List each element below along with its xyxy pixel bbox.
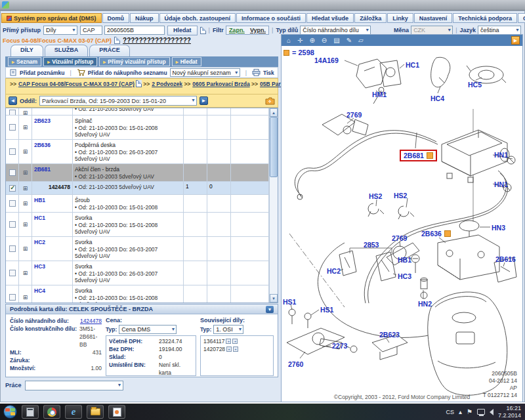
diagram-part-label[interactable]: HS1 [283, 298, 296, 306]
taskbar-dms-app-icon[interactable] [108, 405, 125, 419]
row-checkbox[interactable] [9, 124, 16, 131]
part-row[interactable]: ⊞ 2B623 Spínač • Od: 21-10-2003 Do: 15-0… [6, 116, 269, 140]
action-center-flag-icon[interactable]: ⚑ [467, 408, 472, 415]
part-row[interactable]: ⊞ HC1 Svorka • Od: 21-10-2003 Do: 15-01-… [6, 213, 269, 237]
diagram-part-label[interactable]: HN3 [492, 224, 505, 232]
search-input[interactable] [104, 26, 165, 35]
panel-tab[interactable]: SLUŽBA [45, 45, 89, 56]
folder-up-icon[interactable] [265, 97, 275, 105]
part-code-link[interactable]: 2B681 [32, 164, 73, 181]
expand-icon[interactable]: ⊞ [19, 261, 32, 285]
work-dropdown[interactable] [25, 381, 123, 390]
row-checkbox[interactable] [9, 110, 16, 116]
diagram-part-label[interactable]: HN2 [418, 300, 432, 308]
view-mode-button[interactable]: Vizuální přístup [43, 57, 97, 66]
breadcrumb-link[interactable]: 2 Podvozek [152, 81, 182, 87]
collapse-detail-button[interactable]: ▼ [266, 306, 274, 313]
row-checkbox[interactable] [9, 148, 16, 155]
related-part-copy-icon[interactable]: + [233, 346, 238, 352]
row-checkbox[interactable] [9, 200, 16, 207]
filter-on-button[interactable]: Zapn. [226, 27, 247, 33]
row-checkbox[interactable] [9, 169, 16, 176]
diagram-part-label[interactable]: HN1 [494, 180, 508, 188]
expand-icon[interactable]: ⊞ [19, 285, 32, 303]
part-code-link[interactable]: 2B623 [32, 116, 73, 139]
part-row[interactable]: ⊞ 2B681 Akční člen - brzda • Od: 21-10-2… [6, 164, 269, 182]
diagram-part-label[interactable]: 2B681 [400, 150, 437, 161]
row-checkbox[interactable] [9, 270, 16, 276]
part-row[interactable]: ⊞ 2B636 Podpěrná deska • Od: 21-10-2003 … [6, 140, 269, 164]
zoom-in-icon[interactable]: ⊕ [306, 35, 317, 45]
part-row[interactable]: ⊞ HB1 Šroub • Od: 21-10-2003 Do: 15-01-2… [6, 195, 269, 213]
breadcrumb-link[interactable]: 0605 Parkovací Brzda [192, 81, 249, 87]
nav-tab[interactable]: Nákup [130, 13, 159, 23]
part-type-dropdown[interactable]: Číslo náhradního dílu [300, 26, 371, 35]
eraser-icon[interactable]: ▱ [356, 35, 366, 45]
part-code-link[interactable]: 1424478 [32, 182, 73, 194]
expand-icon[interactable]: ⊞ [19, 195, 32, 212]
part-code-link[interactable]: 2B636 [32, 140, 73, 163]
related-part-copy-icon[interactable]: + [232, 339, 238, 344]
language-dropdown[interactable]: čeština [478, 26, 521, 35]
diagram-part-label[interactable]: HS2 [369, 192, 382, 200]
part-code-link[interactable]: HC2 [32, 237, 73, 261]
related-part-item[interactable]: 1364117++ [203, 337, 270, 345]
add-to-shopping-list-button[interactable]: Přidat do nákupního seznamu [88, 70, 167, 76]
diagram-part-label[interactable]: HC2 [327, 267, 341, 275]
diagram-part-label[interactable]: HC1 [406, 61, 419, 69]
nav-tab[interactable]: Domů [102, 13, 130, 23]
panel-tab[interactable]: PRÁCE [89, 45, 130, 56]
view-mode-button[interactable]: Přímý vizuální přístup [99, 57, 169, 66]
shopping-list-dropdown[interactable]: Nový nákupní seznam [170, 68, 240, 77]
breadcrumb-doc-icon[interactable] [136, 80, 142, 87]
related-part-grid-icon[interactable]: + [226, 339, 231, 344]
cap-field[interactable]: CAP [80, 26, 102, 35]
part-code-link[interactable]: HC1 [32, 213, 73, 236]
part-row[interactable]: ⊞ HC2 Svorka • Od: 21-10-2003 Do: 26-03-… [6, 237, 269, 261]
taskbar-chrome-icon[interactable] [43, 405, 60, 419]
diagram-part-label[interactable]: 2769 [346, 111, 362, 119]
section-dropdown[interactable]: Parkovací Brzda, Od: 15-09-2003 Do: 15-0… [39, 96, 197, 106]
print-icon[interactable]: ▤ [331, 35, 342, 45]
nav-tab[interactable]: Informace o součásti [236, 13, 306, 23]
nav-tab[interactable]: Hledat všude [306, 13, 354, 23]
diagram-part-label[interactable]: 2853 [364, 241, 379, 249]
scroll-up-button[interactable]: ▲ [270, 108, 278, 117]
row-checkbox[interactable] [9, 221, 16, 228]
expand-diagram-button[interactable]: ▶ [511, 36, 520, 45]
part-code-link[interactable] [32, 108, 73, 116]
expand-icon[interactable]: ⊞ [19, 182, 32, 194]
expand-icon[interactable]: ⊞ [19, 108, 32, 116]
taskbar-ie-icon[interactable]: e [65, 405, 82, 419]
taskbar-calculator-icon[interactable] [22, 405, 39, 419]
panel-tab[interactable]: DÍLY [10, 45, 43, 56]
add-note-button[interactable]: Přidat poznámku [20, 70, 64, 76]
view-mode-button[interactable]: Seznam [8, 57, 41, 66]
diagram-part-label[interactable]: 14A169 [314, 56, 339, 64]
diagram-part-label[interactable]: HN1 [494, 151, 508, 159]
diagram-part-label[interactable]: HB1 [398, 256, 411, 264]
diagram-part-label[interactable]: 2769 [392, 234, 407, 242]
vehicle-doc-icon[interactable] [114, 37, 120, 44]
scroll-down-button[interactable]: ▼ [270, 294, 278, 303]
app-menu-button[interactable]: Systém pro správu dat (DMS) [1, 13, 102, 23]
taskbar-clock[interactable]: 16:21 7.2.2014 [498, 405, 521, 419]
row-checkbox[interactable] [9, 185, 16, 192]
language-indicator[interactable]: CS [446, 409, 454, 415]
part-code-link[interactable]: HC4 [32, 285, 73, 303]
system-nav-tab[interactable]: Nastavení [414, 13, 453, 23]
search-button[interactable]: Hledat [167, 26, 198, 35]
related-part-grid-icon[interactable]: + [226, 346, 232, 352]
pencil-icon[interactable]: ✎ [344, 35, 354, 45]
filter-off-button[interactable]: Vypn. [247, 27, 268, 33]
breadcrumb-item[interactable]: >>0605 Parkovací Brzda [184, 81, 251, 87]
tray-expand-icon[interactable]: ▴ [459, 408, 462, 415]
category-dropdown[interactable]: Díly [43, 26, 77, 35]
document-icon[interactable] [200, 27, 206, 34]
start-button[interactable] [3, 405, 17, 419]
row-checkbox[interactable] [9, 245, 16, 252]
network-icon[interactable] [477, 409, 485, 415]
breadcrumb-item[interactable]: >>CAP Focus 04-08/Focus C-MAX 03-07 (CAP… [10, 81, 143, 87]
scroll-thumb[interactable] [270, 117, 278, 177]
part-code-link[interactable]: HB1 [32, 195, 73, 212]
